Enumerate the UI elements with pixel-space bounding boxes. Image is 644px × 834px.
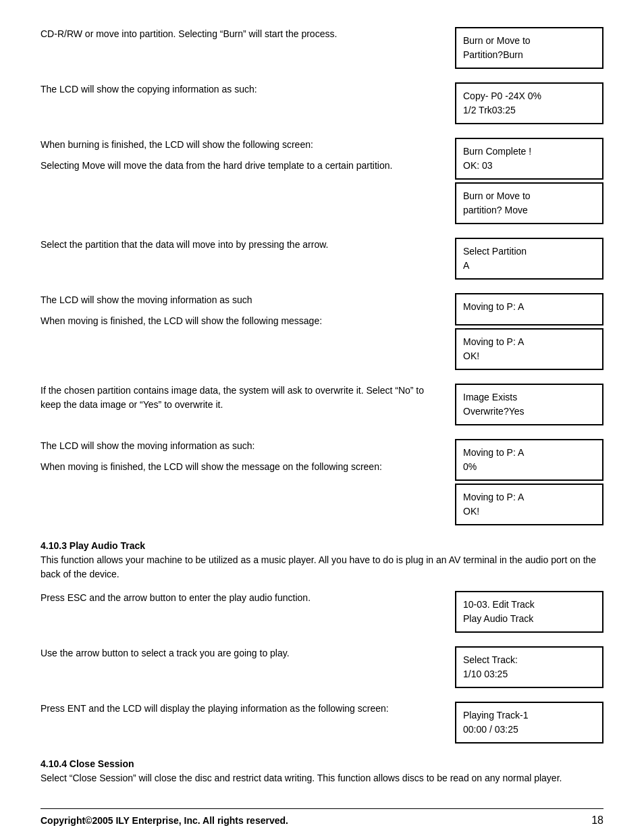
lcd-edit-track-play-audio: 10-03. Edit Track Play Audio Track — [455, 591, 603, 633]
lcd-moving-to-p-a-ok: Moving to P: A OK! — [455, 328, 603, 370]
row-1-paragraph: CD-R/RW or move into partition. Selectin… — [41, 27, 441, 41]
lcd-line2: partition? Move — [463, 205, 528, 215]
lcd-select-partition: Select Partition A — [455, 238, 603, 280]
lcd-line1: Moving to P: A — [463, 301, 524, 312]
lcd-burn-or-move-partition-burn: Burn or Move to Partition?Burn — [455, 27, 603, 69]
pa-row-2-text: Use the arrow button to select a track y… — [41, 646, 455, 660]
footer: Copyright©2005 ILY Enterprise, Inc. All … — [41, 808, 603, 827]
section-4103: 4.10.3 Play Audio Track This function al… — [41, 539, 603, 581]
lcd-line2: 0% — [463, 461, 477, 472]
pa-row-2-paragraph: Use the arrow button to select a track y… — [41, 646, 441, 660]
row-3-4: When burning is finished, the LCD will s… — [41, 138, 603, 224]
section-4103-body: This function allows your machine to be … — [41, 553, 603, 581]
section-4103-heading: 4.10.3 Play Audio Track — [41, 540, 145, 551]
row-1-text: CD-R/RW or move into partition. Selectin… — [41, 27, 455, 41]
pa-row-3-text: Press ENT and the LCD will display the p… — [41, 702, 455, 716]
pa-row-2: Use the arrow button to select a track y… — [41, 646, 603, 688]
row-8: If the chosen partition contains image d… — [41, 384, 603, 425]
row-6-paragraph: The LCD will show the moving information… — [41, 293, 441, 307]
section-4104-body: Select “Close Session” will close the di… — [41, 771, 603, 785]
row-5-text: Select the partition that the data will … — [41, 238, 455, 252]
lcd-burn-or-move-move: Burn or Move to partition? Move — [455, 182, 603, 224]
pa-row-1-lcd-col: 10-03. Edit Track Play Audio Track — [455, 591, 603, 633]
footer-page-number: 18 — [591, 814, 603, 827]
row-8-lcd-col: Image Exists Overwrite?Yes — [455, 384, 603, 425]
lcd-line1: Select Partition — [463, 246, 527, 257]
row-7-paragraph: When moving is finished, the LCD will sh… — [41, 314, 441, 328]
lcd-moving-to-p-a: Moving to P: A — [455, 293, 603, 325]
row-9-10: The LCD will show the moving information… — [41, 439, 603, 525]
lcd-line1: Burn or Move to — [463, 35, 531, 46]
row-6-7-text: The LCD will show the moving information… — [41, 293, 455, 328]
lcd-line1: Image Exists — [463, 392, 517, 402]
lcd-select-track: Select Track: 1/10 03:25 — [455, 646, 603, 688]
row-4-paragraph: Selecting Move will move the data from t… — [41, 159, 441, 173]
row-3-paragraph: When burning is finished, the LCD will s… — [41, 138, 441, 152]
pa-row-1-text: Press ESC and the arrow button to enter … — [41, 591, 455, 605]
row-10-paragraph: When moving is finished, the LCD will sh… — [41, 460, 441, 474]
lcd-moving-ok-2: Moving to P: A OK! — [455, 484, 603, 525]
pa-row-3-paragraph: Press ENT and the LCD will display the p… — [41, 702, 441, 716]
row-5: Select the partition that the data will … — [41, 238, 603, 280]
row-1: CD-R/RW or move into partition. Selectin… — [41, 27, 603, 69]
lcd-line1: 10-03. Edit Track — [463, 599, 535, 610]
lcd-line2: Partition?Burn — [463, 49, 523, 60]
lcd-line1: Moving to P: A — [463, 492, 524, 502]
lcd-line2: OK! — [463, 506, 479, 517]
row-1-lcd-col: Burn or Move to Partition?Burn — [455, 27, 603, 69]
lcd-copy-info: Copy- P0 -24X 0% 1/2 Trk03:25 — [455, 82, 603, 124]
row-2-paragraph: The LCD will show the copying informatio… — [41, 82, 441, 97]
row-2: The LCD will show the copying informatio… — [41, 82, 603, 124]
lcd-line2: Play Audio Track — [463, 613, 533, 624]
lcd-line2: OK! — [463, 350, 479, 361]
row-6-7: The LCD will show the moving information… — [41, 293, 603, 370]
row-2-lcd-col: Copy- P0 -24X 0% 1/2 Trk03:25 — [455, 82, 603, 124]
lcd-line1: Playing Track-1 — [463, 710, 528, 721]
pa-row-1-paragraph: Press ESC and the arrow button to enter … — [41, 591, 441, 605]
row-2-text: The LCD will show the copying informatio… — [41, 82, 455, 97]
row-8-text: If the chosen partition contains image d… — [41, 384, 455, 412]
section-4104-heading: 4.10.4 Close Session — [41, 758, 134, 769]
lcd-line1: Copy- P0 -24X 0% — [463, 90, 541, 101]
lcd-playing-track: Playing Track-1 00:00 / 03:25 — [455, 702, 603, 744]
lcd-line1: Moving to P: A — [463, 447, 524, 458]
lcd-line2: OK: 03 — [463, 160, 493, 171]
row-9-paragraph: The LCD will show the moving information… — [41, 439, 441, 453]
section-4104: 4.10.4 Close Session Select “Close Sessi… — [41, 757, 603, 785]
row-5-paragraph: Select the partition that the data will … — [41, 238, 441, 252]
pa-row-3: Press ENT and the LCD will display the p… — [41, 702, 603, 744]
footer-copyright: Copyright©2005 ILY Enterprise, Inc. All … — [41, 815, 288, 826]
lcd-line2: 00:00 / 03:25 — [463, 724, 518, 735]
row-6-7-lcd-col: Moving to P: A Moving to P: A OK! — [455, 293, 603, 370]
pa-row-3-lcd-col: Playing Track-1 00:00 / 03:25 — [455, 702, 603, 744]
lcd-moving-0-percent: Moving to P: A 0% — [455, 439, 603, 481]
lcd-line1: Burn Complete ! — [463, 146, 531, 157]
lcd-burn-complete: Burn Complete ! OK: 03 — [455, 138, 603, 180]
row-9-10-lcd-col: Moving to P: A 0% Moving to P: A OK! — [455, 439, 603, 525]
row-5-lcd-col: Select Partition A — [455, 238, 603, 280]
row-3-4-text: When burning is finished, the LCD will s… — [41, 138, 455, 173]
lcd-line2: Overwrite?Yes — [463, 406, 525, 417]
lcd-line2: A — [463, 260, 469, 271]
lcd-line2: 1/2 Trk03:25 — [463, 105, 516, 115]
lcd-line2: 1/10 03:25 — [463, 669, 508, 679]
pa-row-1: Press ESC and the arrow button to enter … — [41, 591, 603, 633]
pa-row-2-lcd-col: Select Track: 1/10 03:25 — [455, 646, 603, 688]
row-8-paragraph: If the chosen partition contains image d… — [41, 384, 441, 412]
lcd-line1: Moving to P: A — [463, 336, 524, 347]
lcd-line1: Burn or Move to — [463, 190, 531, 201]
row-9-10-text: The LCD will show the moving information… — [41, 439, 455, 474]
row-3-4-lcd-col: Burn Complete ! OK: 03 Burn or Move to p… — [455, 138, 603, 224]
page-content: CD-R/RW or move into partition. Selectin… — [41, 27, 603, 827]
lcd-image-exists: Image Exists Overwrite?Yes — [455, 384, 603, 425]
lcd-line1: Select Track: — [463, 654, 518, 665]
